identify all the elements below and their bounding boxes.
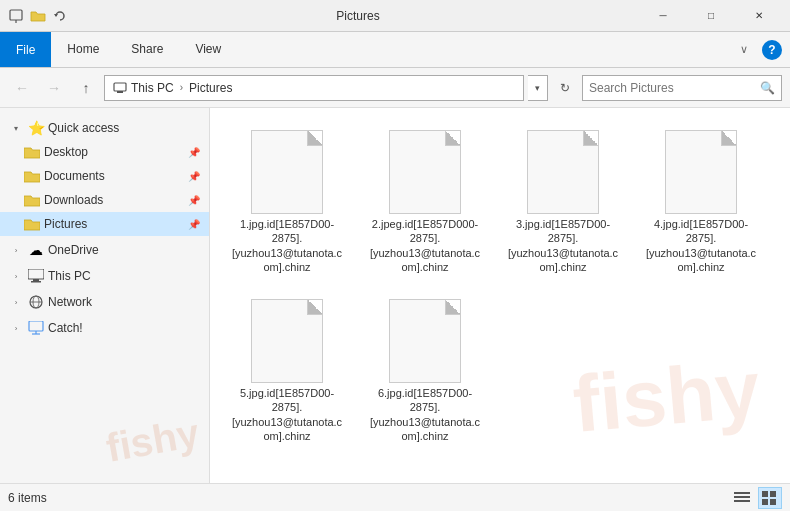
svg-rect-14 [734, 492, 750, 494]
svg-rect-15 [734, 496, 750, 498]
file-page-3 [527, 130, 599, 214]
file-item-5[interactable]: 5.jpg.id[1E857D00-2875].[yuzhou13@tutano… [222, 289, 352, 450]
sidebar-thispc-label: This PC [48, 269, 201, 283]
file-item-4[interactable]: 4.jpg.id[1E857D00-2875].[yuzhou13@tutano… [636, 120, 766, 281]
svg-rect-4 [117, 91, 123, 93]
documents-folder-icon [24, 168, 40, 184]
file-item-1[interactable]: 1.jpg.id[1E857D00-2875].[yuzhou13@tutano… [222, 120, 352, 281]
back-button[interactable]: ← [8, 74, 36, 102]
ribbon-tabs: Home Share View [51, 32, 237, 67]
sidebar-item-downloads[interactable]: Downloads 📌 [0, 188, 209, 212]
sidebar-thispc-header[interactable]: › This PC [0, 264, 209, 288]
close-button[interactable]: ✕ [736, 0, 782, 32]
file-item-3[interactable]: 3.jpg.id[1E857D00-2875].[yuzhou13@tutano… [498, 120, 628, 281]
sidebar-section-thispc: › This PC [0, 264, 209, 288]
pictures-folder-icon [24, 216, 40, 232]
quick-access-star-icon: ⭐ [28, 120, 44, 136]
svg-marker-2 [54, 14, 58, 17]
file-page-6 [389, 299, 461, 383]
file-page-5 [251, 299, 323, 383]
ribbon-tab-view[interactable]: View [179, 32, 237, 67]
refresh-button[interactable]: ↻ [552, 75, 578, 101]
ribbon-help-icon[interactable]: ? [762, 40, 782, 60]
ribbon-expand: ∨ ? [726, 32, 790, 67]
ribbon-tab-home[interactable]: Home [51, 32, 115, 67]
svg-rect-19 [762, 499, 768, 505]
svg-rect-7 [31, 281, 41, 283]
file-page-2 [389, 130, 461, 214]
svg-rect-20 [770, 499, 776, 505]
file-page-1 [251, 130, 323, 214]
forward-button[interactable]: → [40, 74, 68, 102]
sidebar-quick-access-label: Quick access [48, 121, 201, 135]
search-box[interactable]: 🔍 [582, 75, 782, 101]
large-icons-view-button[interactable] [758, 487, 782, 509]
ribbon-collapse-icon[interactable]: ∨ [734, 40, 754, 60]
quick-access-expand-icon: ▾ [8, 120, 24, 136]
minimize-button[interactable]: ─ [640, 0, 686, 32]
sidebar-catch-header[interactable]: › Catch! [0, 316, 209, 340]
file-icon-2 [385, 127, 465, 217]
up-button[interactable]: ↑ [72, 74, 100, 102]
status-views [730, 487, 782, 509]
path-this-pc: This PC [113, 81, 174, 95]
network-icon [28, 294, 44, 310]
sidebar-watermark: fishy [102, 410, 202, 471]
sidebar-section-quick-access: ▾ ⭐ Quick access Desktop 📌 Documents 📌 [0, 116, 209, 236]
sidebar-network-header[interactable]: › Network [0, 290, 209, 314]
onedrive-expand-icon: › [8, 242, 24, 258]
svg-rect-5 [28, 269, 44, 279]
file-item-6[interactable]: 6.jpg.id[1E857D00-2875].[yuzhou13@tutano… [360, 289, 490, 450]
ribbon-file-tab[interactable]: File [0, 32, 51, 67]
title-bar-title: Pictures [76, 9, 640, 23]
file-label-5: 5.jpg.id[1E857D00-2875].[yuzhou13@tutano… [229, 386, 345, 443]
address-dropdown-button[interactable]: ▾ [528, 75, 548, 101]
status-bar: 6 items [0, 483, 790, 511]
maximize-button[interactable]: □ [688, 0, 734, 32]
quick-access-undo-icon[interactable] [52, 8, 68, 24]
ribbon-tab-share[interactable]: Share [115, 32, 179, 67]
file-label-6: 6.jpg.id[1E857D00-2875].[yuzhou13@tutano… [367, 386, 483, 443]
thispc-icon [28, 268, 44, 284]
ribbon: File Home Share View ∨ ? [0, 32, 790, 68]
quick-access-folder-icon[interactable] [30, 8, 46, 24]
sidebar-section-catch: › Catch! [0, 316, 209, 340]
sidebar: ▾ ⭐ Quick access Desktop 📌 Documents 📌 [0, 108, 210, 483]
sidebar-quick-access-header[interactable]: ▾ ⭐ Quick access [0, 116, 209, 140]
list-view-button[interactable] [730, 487, 754, 509]
desktop-folder-icon [24, 144, 40, 160]
svg-rect-18 [770, 491, 776, 497]
network-expand-icon: › [8, 294, 24, 310]
file-label-2: 2.jpeg.id[1E857D000-2875].[yuzhou13@tuta… [367, 217, 483, 274]
downloads-folder-icon [24, 192, 40, 208]
file-icon-1 [247, 127, 327, 217]
address-bar: ← → ↑ This PC › Pictures ▾ ↻ 🔍 [0, 68, 790, 108]
path-pictures: Pictures [189, 81, 232, 95]
svg-rect-6 [33, 279, 39, 281]
title-bar-controls: ─ □ ✕ [640, 0, 782, 32]
svg-rect-0 [10, 10, 22, 20]
sidebar-section-network: › Network [0, 290, 209, 314]
sidebar-onedrive-header[interactable]: › ☁ OneDrive [0, 238, 209, 262]
thispc-expand-icon: › [8, 268, 24, 284]
sidebar-item-documents[interactable]: Documents 📌 [0, 164, 209, 188]
svg-rect-3 [114, 83, 126, 91]
downloads-pin-icon: 📌 [187, 193, 201, 207]
file-icon-5 [247, 296, 327, 386]
sidebar-desktop-label: Desktop [44, 145, 183, 159]
search-input[interactable] [589, 81, 756, 95]
file-icon-6 [385, 296, 465, 386]
title-bar: Pictures ─ □ ✕ [0, 0, 790, 32]
svg-rect-17 [762, 491, 768, 497]
files-grid: 1.jpg.id[1E857D00-2875].[yuzhou13@tutano… [210, 108, 790, 462]
sidebar-onedrive-label: OneDrive [48, 243, 201, 257]
sidebar-item-desktop[interactable]: Desktop 📌 [0, 140, 209, 164]
sidebar-item-pictures[interactable]: Pictures 📌 [0, 212, 209, 236]
sidebar-documents-label: Documents [44, 169, 183, 183]
quick-access-pin-icon[interactable] [8, 8, 24, 24]
sidebar-section-onedrive: › ☁ OneDrive [0, 238, 209, 262]
file-page-4 [665, 130, 737, 214]
file-item-2[interactable]: 2.jpeg.id[1E857D000-2875].[yuzhou13@tuta… [360, 120, 490, 281]
address-path[interactable]: This PC › Pictures [104, 75, 524, 101]
file-area: fishy 1.jpg.id[1E857D00-2875].[yuzhou13@… [210, 108, 790, 483]
